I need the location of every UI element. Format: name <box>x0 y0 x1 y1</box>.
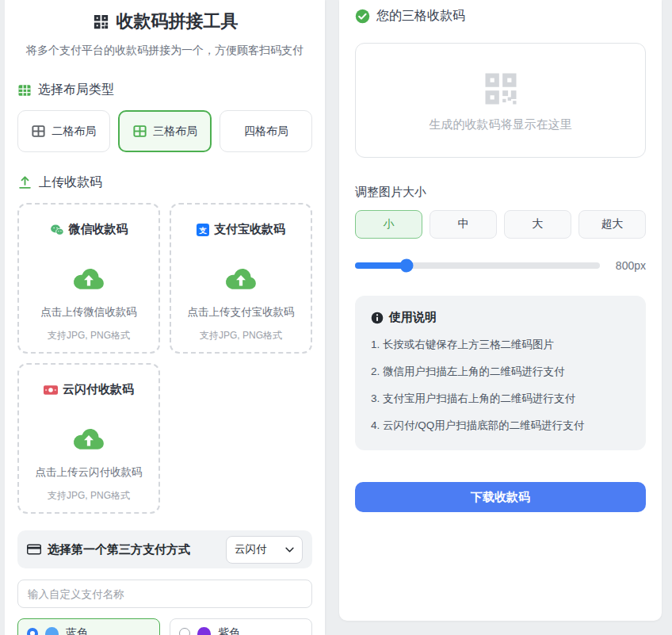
upload-card-wechat[interactable]: 微信收款码 点击上传微信收款码 支持JPG, PNG格式 <box>17 203 160 354</box>
size-slider-row: 800px <box>355 259 646 272</box>
upload-grid-empty-cell <box>170 363 312 514</box>
payment-method-label: 选择第一个第三方支付方式 <box>48 542 190 557</box>
color-option-label: 紫色 <box>218 626 240 635</box>
upload-formats: 支持JPG, PNG格式 <box>48 489 130 503</box>
grid-2x2-icon <box>31 124 46 139</box>
custom-payment-name-input[interactable] <box>17 580 312 608</box>
grid-2x2-icon-green <box>132 124 147 139</box>
size-option-large[interactable]: 大 <box>504 210 571 239</box>
upload-card-title: 云闪付收款码 <box>44 382 134 397</box>
check-circle-icon <box>355 9 370 24</box>
upload-card-unionpay[interactable]: 云闪付收款码 点击上传云闪付收款码 支持JPG, PNG格式 <box>17 363 160 514</box>
instructions-box: 使用说明 1. 长按或右键保存上方三格二维码图片 2. 微信用户扫描左上角的二维… <box>355 296 646 450</box>
size-option-small[interactable]: 小 <box>355 210 422 239</box>
instructions-title-text: 使用说明 <box>389 310 437 325</box>
unionpay-icon <box>44 384 58 396</box>
svg-text:支: 支 <box>198 225 207 234</box>
resize-label: 调整图片大小 <box>355 185 646 200</box>
upload-hint: 点击上传支付宝收款码 <box>188 305 295 319</box>
table-grid-icon <box>17 83 32 98</box>
payment-method-bar: 选择第一个第三方支付方式 云闪付 <box>17 530 312 568</box>
upload-card-alipay[interactable]: 支 支付宝收款码 点击上传支付宝收款码 支持JPG, PNG格式 <box>170 203 312 354</box>
payment-method-label-group: 选择第一个第三方支付方式 <box>27 542 190 557</box>
upload-formats: 支持JPG, PNG格式 <box>48 329 130 342</box>
qr-code-icon <box>92 13 110 31</box>
credit-card-icon <box>27 544 41 555</box>
size-slider-thumb[interactable] <box>399 259 413 273</box>
page: 收款码拼接工具 将多个支付平台的收款码拼接为一个，方便顾客扫码支付 选择布局类型 <box>0 0 672 635</box>
size-option-xlarge[interactable]: 超大 <box>578 210 646 239</box>
size-option-medium[interactable]: 中 <box>430 210 497 239</box>
cloud-upload-icon <box>223 266 259 293</box>
color-option-blue[interactable]: 蓝色 <box>17 618 160 635</box>
result-panel: 您的三格收款码 生成的收款码将显示在这里 <box>339 0 662 621</box>
qr-placeholder-icon <box>480 68 521 109</box>
wechat-icon <box>50 224 64 236</box>
cloud-upload-icon <box>71 266 107 293</box>
preview-placeholder-text: 生成的收款码将显示在这里 <box>430 117 572 132</box>
upload-formats: 支持JPG, PNG格式 <box>200 329 282 342</box>
alipay-icon: 支 <box>197 224 209 236</box>
result-heading-text: 您的三格收款码 <box>376 8 465 25</box>
upload-card-title-text: 支付宝收款码 <box>214 222 285 237</box>
radio-purple[interactable] <box>179 628 190 635</box>
layout-option-two-grid[interactable]: 二格布局 <box>17 110 110 152</box>
layout-option-four-grid[interactable]: 四格布局 <box>220 110 312 152</box>
instructions-title-row: 使用说明 <box>371 310 630 325</box>
radio-blue[interactable] <box>27 628 38 635</box>
upload-section-header: 上传收款码 <box>17 174 312 191</box>
upload-card-title: 微信收款码 <box>50 222 128 237</box>
purple-swatch <box>197 627 211 635</box>
layout-option-label: 四格布局 <box>244 124 288 139</box>
upload-card-title-text: 微信收款码 <box>69 222 128 237</box>
download-button[interactable]: 下载收款码 <box>355 482 646 512</box>
upload-hint: 点击上传云闪付收款码 <box>36 465 143 480</box>
panel-gap <box>325 0 339 635</box>
page-subtitle: 将多个支付平台的收款码拼接为一个，方便顾客扫码支付 <box>17 44 312 58</box>
upload-card-title-text: 云闪付收款码 <box>63 382 134 397</box>
cloud-upload-icon <box>71 426 107 453</box>
info-icon <box>371 312 384 324</box>
layout-section-label: 选择布局类型 <box>38 82 114 98</box>
upload-icon <box>17 175 32 190</box>
upload-cards: 微信收款码 点击上传微信收款码 支持JPG, PNG格式 支 <box>17 203 312 514</box>
upload-hint: 点击上传微信收款码 <box>40 305 137 319</box>
payment-method-selected-value: 云闪付 <box>235 542 267 557</box>
instruction-step-4: 4. 云闪付/QQ用户扫描底部的二维码进行支付 <box>371 419 630 433</box>
size-options: 小 中 大 超大 <box>355 210 646 239</box>
layout-options: 二格布局 三格布局 四格布局 <box>17 110 312 152</box>
color-option-purple[interactable]: 紫色 <box>170 618 312 635</box>
layout-option-label: 二格布局 <box>52 124 96 139</box>
size-slider-value: 800px <box>611 259 646 272</box>
page-title-text: 收款码拼接工具 <box>116 10 239 33</box>
payment-method-select[interactable]: 云闪付 <box>226 536 303 564</box>
instruction-step-1: 1. 长按或右键保存上方三格二维码图片 <box>371 338 630 352</box>
page-title: 收款码拼接工具 <box>17 10 312 33</box>
size-slider-fill <box>355 262 407 269</box>
blue-swatch <box>45 627 59 635</box>
upload-card-title: 支 支付宝收款码 <box>197 222 285 237</box>
tool-panel: 收款码拼接工具 将多个支付平台的收款码拼接为一个，方便顾客扫码支付 选择布局类型 <box>5 0 325 635</box>
color-option-label: 蓝色 <box>66 626 88 635</box>
qr-preview-box: 生成的收款码将显示在这里 <box>355 43 646 158</box>
instruction-step-2: 2. 微信用户扫描左上角的二维码进行支付 <box>371 365 630 379</box>
color-options: 蓝色 紫色 <box>17 618 312 635</box>
result-header: 您的三格收款码 <box>355 8 646 25</box>
chevron-down-icon <box>285 547 294 553</box>
layout-option-three-grid[interactable]: 三格布局 <box>118 110 212 152</box>
layout-option-label: 三格布局 <box>153 124 197 139</box>
layout-section-header: 选择布局类型 <box>17 82 312 98</box>
upload-section-label: 上传收款码 <box>39 174 102 191</box>
size-slider[interactable] <box>355 262 600 269</box>
instruction-step-3: 3. 支付宝用户扫描右上角的二维码进行支付 <box>371 392 630 406</box>
